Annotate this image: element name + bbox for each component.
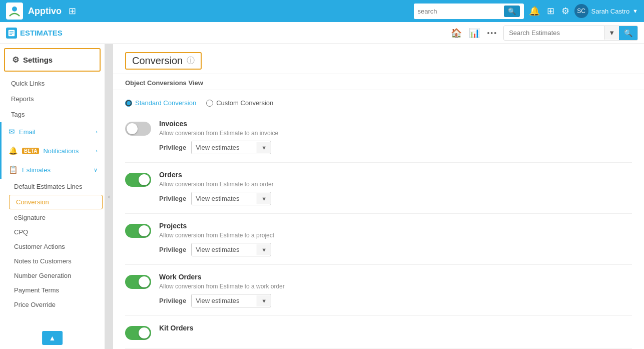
toggle-projects-knob (139, 225, 150, 236)
user-info[interactable]: SC Sarah Castro ▼ (574, 4, 638, 18)
conversion-item-orders-info: Orders Allow conversion from Estimate to… (159, 171, 632, 205)
work-orders-name: Work Orders (159, 273, 632, 281)
search-estimates-input[interactable] (504, 26, 604, 40)
settings-label: Settings (23, 56, 53, 64)
sub-menu-item-price-override[interactable]: Price Override (7, 297, 105, 312)
toggle-projects[interactable] (125, 224, 151, 238)
radio-standard-label: Standard Conversion (135, 99, 196, 107)
main-layout: ⚙ Settings Quick Links Reports Tags ✉ Em… (0, 44, 644, 349)
more-icon[interactable]: ••• (485, 27, 499, 39)
orders-name: Orders (159, 171, 632, 179)
email-icon: ✉ (9, 127, 15, 136)
app-logo[interactable] (6, 3, 23, 20)
radio-row: Standard Conversion Custom Conversion (113, 94, 644, 112)
projects-privilege-select: View estimates ▼ (191, 243, 271, 256)
radio-custom-label: Custom Conversion (216, 99, 273, 107)
settings-header: ⚙ Settings (4, 48, 101, 72)
estimates-app-icon (6, 28, 17, 39)
work-orders-privilege-label: Privilege (159, 297, 186, 304)
top-nav: Apptivo ⊞ 🔍 🔔 ⊞ ⚙ SC Sarah Castro ▼ (0, 0, 644, 22)
work-orders-desc: Allow conversion from Estimate to a work… (159, 283, 632, 290)
scroll-up-button[interactable]: ▲ (42, 331, 63, 345)
search-estimates-button[interactable]: 🔍 (619, 26, 637, 40)
orders-privilege-label: Privilege (159, 195, 186, 202)
projects-privilege-row: Privilege View estimates ▼ (159, 243, 632, 256)
collapse-handle[interactable]: ‹ (105, 44, 113, 349)
conversion-item-work-orders-info: Work Orders Allow conversion from Estima… (159, 273, 632, 307)
work-orders-privilege-row: Privilege View estimates ▼ (159, 294, 632, 307)
toggle-work-orders-knob (139, 276, 150, 287)
conversion-item-invoices-info: Invoices Allow conversion from Estimate … (159, 120, 632, 154)
bell-icon[interactable]: 🔔 (529, 6, 540, 17)
sub-menu: Default Estimates Lines Conversion eSign… (0, 179, 105, 312)
user-name: Sarah Castro (591, 8, 630, 15)
beta-badge: BETA (22, 148, 39, 154)
invoices-desc: Allow conversion from Estimate to an inv… (159, 130, 632, 137)
conversion-title-text: Conversion (132, 55, 183, 67)
projects-dropdown-arrow: ▼ (257, 244, 271, 255)
toggle-invoices-knob (127, 123, 138, 134)
estimates-sidebar-icon: 📋 (9, 165, 18, 174)
sidebar-item-quick-links[interactable]: Quick Links (0, 76, 105, 91)
sidebar-item-tags[interactable]: Tags (0, 107, 105, 122)
sub-menu-item-esignature[interactable]: eSignature (7, 210, 105, 225)
radio-custom-conversion[interactable]: Custom Conversion (206, 99, 273, 107)
orders-privilege-dropdown[interactable]: View estimates (192, 192, 257, 205)
settings-nav-icon[interactable]: ⚙ (561, 6, 569, 17)
chart-icon[interactable]: 📊 (467, 26, 482, 41)
sub-menu-item-number-generation[interactable]: Number Generation (7, 268, 105, 283)
sub-header-icons: 🏠 📊 ••• (449, 26, 499, 41)
sub-menu-item-payment-terms[interactable]: Payment Terms (7, 283, 105, 297)
sidebar-section-email: ✉ Email › (0, 122, 105, 141)
invoices-name: Invoices (159, 120, 632, 128)
conversion-item-work-orders: Work Orders Allow conversion from Estima… (125, 265, 632, 316)
toggle-orders[interactable] (125, 173, 151, 187)
projects-name: Projects (159, 222, 632, 230)
sub-menu-item-customer-actions[interactable]: Customer Actions (7, 239, 105, 254)
sub-menu-item-notes-to-customers[interactable]: Notes to Customers (7, 254, 105, 268)
info-icon[interactable]: ⓘ (187, 56, 195, 66)
apps-icon[interactable]: ⊞ (547, 6, 554, 17)
sidebar-item-email[interactable]: ✉ Email › (2, 122, 105, 141)
work-orders-privilege-select: View estimates ▼ (191, 294, 271, 307)
toggle-kit-orders[interactable] (125, 326, 151, 340)
chevron-down-estimates-icon: ∨ (94, 167, 98, 173)
radio-standard-conversion[interactable]: Standard Conversion (125, 99, 196, 107)
invoices-dropdown-arrow: ▼ (257, 142, 271, 153)
toggle-invoices[interactable] (125, 122, 151, 136)
app-title-text: ESTIMATES (20, 29, 63, 37)
estimates-label: Estimates (22, 166, 51, 174)
projects-desc: Allow conversion from Estimate to a proj… (159, 232, 632, 239)
invoices-privilege-dropdown[interactable]: View estimates (192, 141, 257, 154)
conversion-item-projects: Projects Allow conversion from Estimate … (125, 214, 632, 265)
home-icon[interactable]: 🏠 (449, 26, 464, 41)
global-search-button[interactable]: 🔍 (504, 6, 520, 17)
user-dropdown-icon[interactable]: ▼ (632, 8, 638, 14)
sub-menu-item-cpq[interactable]: CPQ (7, 225, 105, 239)
sub-menu-item-default-estimates[interactable]: Default Estimates Lines (7, 179, 105, 194)
email-label: Email (19, 128, 36, 136)
conversion-item-kit-orders-info: Kit Orders (159, 324, 632, 336)
orders-privilege-row: Privilege View estimates ▼ (159, 192, 632, 205)
orders-desc: Allow conversion from Estimate to an ord… (159, 181, 632, 188)
sidebar-item-estimates[interactable]: 📋 Estimates ∨ (2, 160, 105, 179)
chevron-right-notifications-icon: › (96, 148, 98, 154)
projects-privilege-dropdown[interactable]: View estimates (192, 243, 257, 256)
nav-icons: 🔔 ⊞ ⚙ (529, 6, 569, 17)
page-title: Conversion ⓘ (125, 52, 202, 70)
sub-menu-item-conversion[interactable]: Conversion (9, 195, 103, 209)
search-estimates-dropdown[interactable]: ▼ (604, 26, 619, 40)
global-search-input[interactable] (418, 8, 501, 15)
orders-dropdown-arrow: ▼ (257, 193, 271, 204)
sidebar-item-notifications[interactable]: 🔔 BETA Notifications › (2, 141, 105, 160)
orders-privilege-select: View estimates ▼ (191, 192, 271, 205)
sidebar-section-notifications: 🔔 BETA Notifications › (0, 141, 105, 160)
toggle-kit-orders-knob (139, 327, 150, 338)
grid-icon[interactable]: ⊞ (69, 6, 76, 17)
work-orders-dropdown-arrow: ▼ (257, 295, 271, 306)
toggle-orders-knob (139, 174, 150, 185)
conversion-item-orders: Orders Allow conversion from Estimate to… (125, 163, 632, 214)
work-orders-privilege-dropdown[interactable]: View estimates (192, 294, 257, 307)
sidebar-item-reports[interactable]: Reports (0, 91, 105, 107)
toggle-work-orders[interactable] (125, 275, 151, 289)
